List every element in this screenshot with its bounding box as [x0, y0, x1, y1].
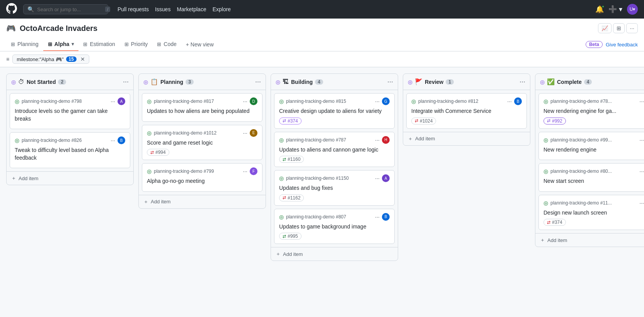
notifications-icon[interactable]: 🔔 [595, 5, 604, 14]
card-more-button[interactable]: ··· [507, 98, 512, 104]
column-menu-button[interactable]: ··· [520, 78, 525, 86]
column-menu-button[interactable]: ··· [123, 78, 129, 86]
explore-link[interactable]: Explore [213, 6, 231, 12]
table-row[interactable]: ◎ planning-tracking-demo #799 ··· F Alph… [142, 163, 262, 192]
column-menu-button[interactable]: ··· [255, 78, 261, 86]
github-logo[interactable] [6, 3, 17, 16]
card-more-button[interactable]: ··· [111, 137, 115, 143]
search-icon: 🔍 [27, 6, 34, 12]
card-label[interactable]: ⇄ #374 [279, 118, 302, 124]
tab-priority[interactable]: ⊞ Priority [120, 38, 153, 51]
table-row[interactable]: ◎ planning-tracking-demo #798 ··· A Intr… [10, 93, 130, 129]
table-view-button[interactable]: ⊞ [613, 23, 625, 33]
card-label[interactable]: ⇄ #992 [543, 118, 566, 124]
chart-view-button[interactable]: 📈 [598, 23, 612, 33]
card-labels: ⇄ #374 [543, 219, 644, 226]
tab-alpha[interactable]: ⊞ Alpha ▾ [43, 38, 79, 51]
tab-code[interactable]: ⊞ Code [152, 38, 181, 51]
add-item-button[interactable]: ＋Add item [403, 132, 530, 145]
table-row[interactable]: ◎ planning-tracking-demo #815 ··· G Crea… [274, 93, 395, 129]
more-options-button[interactable]: ··· [626, 23, 638, 33]
add-icon: ＋ [540, 237, 545, 244]
table-row[interactable]: ◎ planning-tracking-demo #1012 ··· E Sco… [142, 125, 262, 160]
card-title: Design new launch screen [543, 209, 644, 217]
label-icon: ⇄ [283, 195, 286, 200]
add-item-button[interactable]: ＋Add item [139, 195, 266, 208]
table-row[interactable]: ◎ planning-tracking-demo #1150 ··· A Upd… [274, 170, 395, 206]
column-menu-button[interactable]: ··· [387, 78, 393, 86]
column-emoji: ⏱ [18, 78, 24, 85]
card-more-button[interactable]: ··· [639, 168, 644, 174]
search-kbd: / [105, 7, 110, 12]
tab-planning[interactable]: ⊞ Planning [6, 38, 43, 51]
card-label[interactable]: ⇄ #374 [543, 219, 566, 226]
new-view-button[interactable]: + New view [181, 38, 218, 51]
card-label[interactable]: ⇄ #1162 [279, 194, 304, 201]
filter-clear-button[interactable]: ✕ [80, 56, 85, 62]
card-header: ◎ planning-tracking-demo #817 ··· D [147, 97, 257, 105]
card-avatar: G [382, 97, 390, 105]
card-more-button[interactable]: ··· [639, 137, 644, 143]
card-label[interactable]: ⇄ #995 [279, 233, 302, 240]
add-icon[interactable]: ➕ ▾ [608, 5, 622, 14]
column-planning: ◎ 📋 Planning 3 ··· ◎ planning-tracking-d… [138, 73, 266, 209]
card-more-button[interactable]: ··· [375, 137, 380, 143]
label-icon: ⇄ [150, 150, 154, 155]
table-row[interactable]: ◎ planning-tracking-demo #807 ··· B Upda… [274, 209, 395, 244]
card-more-button[interactable]: ··· [375, 214, 380, 220]
pull-requests-link[interactable]: Pull requests [118, 6, 149, 12]
user-avatar[interactable]: U▾ [627, 4, 638, 15]
card-more-button[interactable]: ··· [375, 98, 380, 104]
card-more-button[interactable]: ··· [639, 200, 644, 206]
card-more-button[interactable]: ··· [111, 98, 115, 104]
search-input[interactable] [37, 7, 102, 12]
marketplace-link[interactable]: Marketplace [177, 6, 206, 12]
card-header: ◎ planning-tracking-demo #787 ··· H [279, 136, 390, 144]
column-count: 4 [315, 79, 323, 85]
card-label[interactable]: ⇄ #994 [147, 149, 169, 156]
filter-icon[interactable]: ≡ [6, 56, 9, 62]
tab-alpha-dropdown[interactable]: ▾ [72, 41, 74, 47]
table-row[interactable]: ◎ planning-tracking-demo #787 ··· H Upda… [274, 132, 395, 167]
project-header: 🎮 OctoArcade Invaders 📈 ⊞ ··· ⊞ Planning… [0, 19, 644, 51]
card-status-icon: ◎ [147, 98, 152, 104]
table-row[interactable]: ◎ planning-tracking-demo #817 ··· D Upda… [142, 93, 262, 122]
card-more-button[interactable]: ··· [243, 98, 247, 104]
card-more-button[interactable]: ··· [243, 168, 247, 174]
card-repo: planning-tracking-demo #812 [418, 99, 505, 104]
card-status-icon: ◎ [279, 98, 284, 104]
label-icon: ⇄ [283, 157, 286, 162]
filter-tag-milestone[interactable]: milestone:"Alpha 🎮" 15 ✕ [12, 55, 89, 64]
card-labels: ⇄ #1160 [279, 156, 390, 163]
card-label[interactable]: ⇄ #1024 [411, 118, 436, 124]
card-more-button[interactable]: ··· [243, 130, 247, 136]
column-count: 3 [186, 79, 194, 85]
card-title: Introduce levels so the gamer can take b… [15, 107, 125, 123]
filter-count: 15 [66, 56, 77, 62]
tab-estimation[interactable]: ⊞ Estimation [78, 38, 119, 51]
table-row[interactable]: ◎ planning-tracking-demo #78... ··· E Ne… [538, 93, 644, 129]
table-row[interactable]: ◎ planning-tracking-demo #812 ··· B Inte… [406, 93, 527, 129]
table-row[interactable]: ◎ planning-tracking-demo #80... ··· G Ne… [538, 163, 644, 192]
give-feedback-link[interactable]: Give feedback [606, 42, 638, 48]
add-icon: ＋ [408, 135, 413, 142]
card-label[interactable]: ⇄ #1160 [279, 156, 304, 163]
tab-planning-label: Planning [17, 41, 39, 47]
add-item-button[interactable]: ＋Add item [535, 233, 644, 247]
column-header: ◎ ✅ Complete 4 ··· [535, 74, 644, 90]
table-row[interactable]: ◎ planning-tracking-demo #826 ··· B Twea… [10, 132, 130, 168]
add-item-button[interactable]: ＋Add item [271, 247, 398, 261]
add-item-label: Add item [151, 199, 170, 205]
search-box[interactable]: 🔍 / [23, 4, 108, 14]
add-item-button[interactable]: ＋Add item [7, 171, 133, 185]
card-more-button[interactable]: ··· [375, 175, 380, 181]
table-row[interactable]: ◎ planning-tracking-demo #11... ··· H De… [538, 195, 644, 230]
card-header: ◎ planning-tracking-demo #807 ··· B [279, 213, 390, 221]
issues-link[interactable]: Issues [155, 6, 170, 12]
table-row[interactable]: ◎ planning-tracking-demo #99... ··· F Ne… [538, 132, 644, 160]
column-header: ◎ ⏱ Not Started 2 ··· [7, 74, 133, 90]
card-more-button[interactable]: ··· [639, 98, 644, 104]
card-repo: planning-tracking-demo #798 [22, 99, 108, 104]
label-text: #1160 [288, 157, 300, 162]
card-labels: ⇄ #1162 [279, 194, 390, 201]
